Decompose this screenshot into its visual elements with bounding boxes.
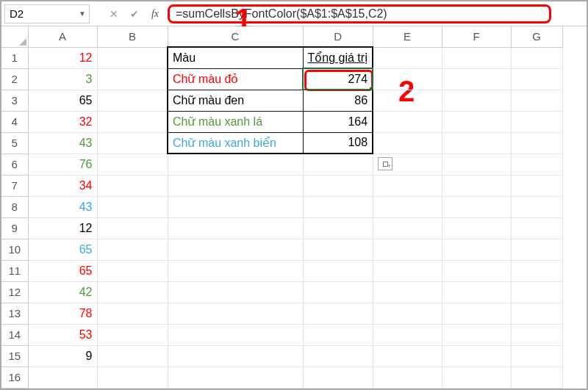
cell-C2[interactable]: Chữ màu đỏ	[168, 68, 303, 90]
cell-G6[interactable]	[511, 154, 562, 175]
cell-G11[interactable]	[511, 260, 562, 281]
cell-B16[interactable]	[97, 366, 168, 388]
cell-G8[interactable]	[511, 196, 562, 217]
row-header-1[interactable]: 1	[1, 47, 28, 68]
cell-G5[interactable]	[511, 132, 562, 154]
cell-A3[interactable]: 65	[28, 90, 97, 111]
cell-D15[interactable]	[303, 345, 373, 366]
cell-D6[interactable]	[303, 154, 373, 175]
cell-F8[interactable]	[442, 196, 511, 217]
fx-icon[interactable]: fx	[147, 6, 163, 22]
column-header-d[interactable]: D	[303, 26, 373, 47]
cell-C8[interactable]	[168, 196, 303, 217]
cell-A13[interactable]: 78	[28, 303, 97, 324]
cell-D3[interactable]: 86	[303, 90, 373, 111]
cell-G13[interactable]	[511, 303, 562, 324]
cell-C9[interactable]	[168, 217, 303, 239]
cell-G10[interactable]	[511, 239, 562, 260]
cell-B1[interactable]	[97, 47, 168, 68]
cell-C6[interactable]	[168, 154, 303, 175]
cell-A1[interactable]: 12	[28, 47, 97, 68]
cell-B8[interactable]	[97, 196, 168, 217]
cell-A11[interactable]: 65	[28, 260, 97, 281]
cell-F9[interactable]	[442, 217, 511, 239]
cell-F14[interactable]	[442, 324, 511, 345]
column-header-a[interactable]: A	[28, 26, 97, 47]
cell-F1[interactable]	[442, 47, 511, 68]
cell-E9[interactable]	[373, 217, 442, 239]
cell-A14[interactable]: 53	[28, 324, 97, 345]
cell-C1[interactable]: Màu	[168, 47, 303, 68]
row-header-4[interactable]: 4	[1, 111, 28, 132]
cell-F5[interactable]	[442, 132, 511, 154]
formula-input[interactable]: =sumCellsByFontColor($A$1:$A$15,C2)	[168, 4, 551, 24]
cell-B5[interactable]	[97, 132, 168, 154]
cell-A6[interactable]: 76	[28, 154, 97, 175]
cell-D14[interactable]	[303, 324, 373, 345]
cell-G3[interactable]	[511, 90, 562, 111]
cell-D10[interactable]	[303, 239, 373, 260]
cell-E8[interactable]	[373, 196, 442, 217]
cell-B2[interactable]	[97, 68, 168, 90]
cell-E3[interactable]	[373, 90, 442, 111]
row-header-8[interactable]: 8	[1, 196, 28, 217]
cell-D5[interactable]: 108	[303, 132, 373, 154]
cell-G9[interactable]	[511, 217, 562, 239]
cell-A12[interactable]: 42	[28, 281, 97, 303]
cell-F2[interactable]	[442, 68, 511, 90]
cell-B13[interactable]	[97, 303, 168, 324]
row-header-9[interactable]: 9	[1, 217, 28, 239]
row-header-10[interactable]: 10	[1, 239, 28, 260]
cell-G2[interactable]	[511, 68, 562, 90]
cell-A8[interactable]: 43	[28, 196, 97, 217]
cell-D13[interactable]	[303, 303, 373, 324]
cell-G7[interactable]	[511, 175, 562, 196]
column-header-b[interactable]: B	[97, 26, 168, 47]
cell-G4[interactable]	[511, 111, 562, 132]
row-header-16[interactable]: 16	[1, 366, 28, 388]
cell-D11[interactable]	[303, 260, 373, 281]
cell-B10[interactable]	[97, 239, 168, 260]
row-header-6[interactable]: 6	[1, 154, 28, 175]
autofill-options-button[interactable]: +	[378, 157, 392, 170]
cell-A16[interactable]	[28, 366, 97, 388]
cell-C3[interactable]: Chữ màu đen	[168, 90, 303, 111]
cell-F16[interactable]	[442, 366, 511, 388]
select-all-corner[interactable]	[1, 26, 28, 47]
cell-G1[interactable]	[511, 47, 562, 68]
cell-B3[interactable]	[97, 90, 168, 111]
column-header-g[interactable]: G	[511, 26, 562, 47]
cell-E14[interactable]	[373, 324, 442, 345]
cell-C16[interactable]	[168, 366, 303, 388]
cell-F3[interactable]	[442, 90, 511, 111]
cell-E5[interactable]	[373, 132, 442, 154]
cell-D9[interactable]	[303, 217, 373, 239]
cell-A15[interactable]: 9	[28, 345, 97, 366]
cell-G12[interactable]	[511, 281, 562, 303]
cell-F10[interactable]	[442, 239, 511, 260]
cell-D2[interactable]: 274	[303, 68, 373, 90]
cell-B12[interactable]	[97, 281, 168, 303]
cell-A7[interactable]: 34	[28, 175, 97, 196]
cell-C10[interactable]	[168, 239, 303, 260]
cell-E12[interactable]	[373, 281, 442, 303]
cell-B9[interactable]	[97, 217, 168, 239]
column-header-e[interactable]: E	[373, 26, 442, 47]
row-header-14[interactable]: 14	[1, 324, 28, 345]
cell-C7[interactable]	[168, 175, 303, 196]
cell-F13[interactable]	[442, 303, 511, 324]
cell-C15[interactable]	[168, 345, 303, 366]
cell-A5[interactable]: 43	[28, 132, 97, 154]
cell-E7[interactable]	[373, 175, 442, 196]
cell-C13[interactable]	[168, 303, 303, 324]
cell-B6[interactable]	[97, 154, 168, 175]
accept-formula-button[interactable]: ✔	[126, 6, 143, 22]
cell-F12[interactable]	[442, 281, 511, 303]
cell-F15[interactable]	[442, 345, 511, 366]
cell-B14[interactable]	[97, 324, 168, 345]
cell-G15[interactable]	[511, 345, 562, 366]
cell-E4[interactable]	[373, 111, 442, 132]
cell-E11[interactable]	[373, 260, 442, 281]
cell-C11[interactable]	[168, 260, 303, 281]
cell-F11[interactable]	[442, 260, 511, 281]
